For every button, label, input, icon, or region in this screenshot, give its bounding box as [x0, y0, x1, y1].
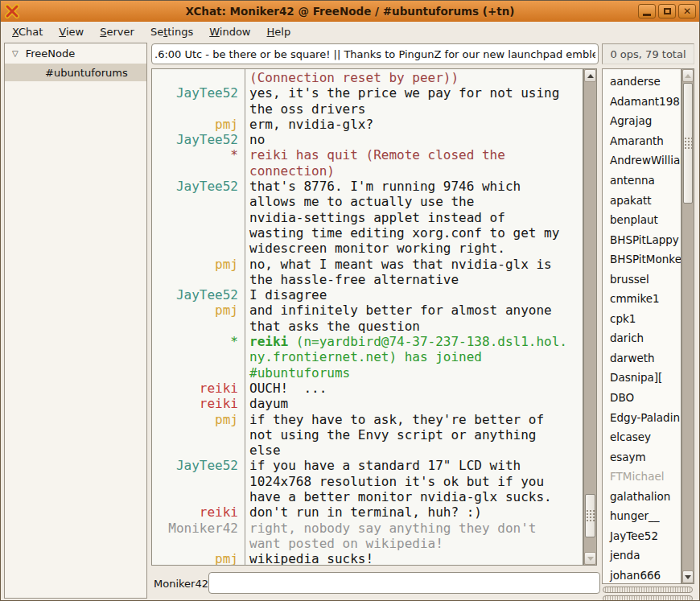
chat-message-row: JayTee52 that's 8776. I'm running 9746 w… — [154, 179, 582, 256]
nick-label: reiki — [154, 381, 243, 396]
title-bar[interactable]: XChat: Moniker42 @ FreeNode / #ubuntufor… — [1, 1, 699, 22]
userlist-item[interactable]: esaym — [603, 447, 681, 467]
minimize-button[interactable] — [638, 4, 656, 19]
tree-item-freenode[interactable]: ▽ FreeNode — [5, 43, 146, 64]
chat-log: (Connection reset by peer)) JayTee52 yes… — [154, 70, 582, 565]
chat-message-row: Moniker42 right, nobody say anything the… — [154, 521, 582, 552]
userlist-item[interactable]: Dasnipa][ — [603, 368, 681, 388]
menu-help[interactable]: Help — [259, 23, 299, 40]
userlist-item[interactable]: DBO — [603, 388, 681, 408]
message-input[interactable] — [208, 572, 600, 594]
chat-message-row: JayTee52 I disagree — [154, 287, 582, 303]
chat-message-row: reiki dayum — [154, 396, 582, 411]
message-text: and infinitely better for almost anyone … — [243, 303, 552, 334]
chat-scroll-up-button[interactable] — [584, 69, 596, 82]
chat-message-row: JayTee52 no — [154, 132, 582, 147]
chat-message-row: reiki don't run in terminal, huh? :) — [154, 504, 582, 520]
message-text: that's 8776. I'm running 9746 which allo… — [243, 179, 559, 256]
tree-item-ubuntuforums[interactable]: #ubuntuforums — [5, 64, 146, 81]
userlist-item[interactable]: hunger__ — [603, 506, 681, 526]
message-text: reiki (n=yardbird@74-37-237-138.dsl1.hol… — [243, 334, 567, 381]
up-arrow-icon — [685, 74, 691, 78]
nick-label: JayTee52 — [154, 132, 243, 147]
userlist-item[interactable]: darich — [603, 328, 681, 348]
down-arrow-icon — [587, 557, 594, 561]
message-text: right, nobody say anything they don't wa… — [243, 521, 536, 552]
ops-count-label: 0 ops, 79 total — [602, 43, 694, 64]
userlist-scrollbar-thumb[interactable] — [683, 83, 693, 204]
chat-message-row: pmj wikipedia sucks! — [154, 551, 582, 566]
chat-message-row: * reiki (n=yardbird@74-37-237-138.dsl1.h… — [154, 334, 582, 381]
close-icon: ✕ — [683, 6, 691, 16]
message-text: don't run in terminal, huh? :) — [243, 504, 482, 520]
message-text: wikipedia sucks! — [243, 551, 373, 566]
resize-grip-bar[interactable] — [603, 595, 693, 601]
userlist-item[interactable]: BHSPitLappy — [603, 229, 681, 249]
expander-icon[interactable]: ▽ — [12, 49, 19, 58]
message-text: yes, it's the price we pay for not using… — [243, 85, 559, 117]
nick-label: reiki — [154, 396, 243, 411]
userlist-item[interactable]: AndrewWillian — [603, 150, 681, 171]
channel-name: #ubuntuforums — [45, 67, 128, 79]
menu-view[interactable]: View — [51, 23, 92, 40]
xchat-logo-icon[interactable] — [4, 4, 20, 19]
chat-message-row: pmj and infinitely better for almost any… — [154, 303, 582, 334]
userlist-item[interactable]: cpk1 — [603, 309, 681, 329]
own-nick-label: Moniker42 — [154, 573, 208, 594]
chat-log-panel: (Connection reset by peer)) JayTee52 yes… — [151, 68, 583, 566]
nick-label: reiki — [154, 504, 243, 520]
userlist-item[interactable]: darweth — [603, 348, 681, 368]
userlist-scrollbar[interactable] — [681, 68, 694, 584]
nick-separator-line — [245, 69, 245, 565]
chat-scrollbar-thumb[interactable] — [585, 494, 595, 537]
nick-label: Moniker42 — [154, 521, 243, 536]
window-title: XChat: Moniker42 @ FreeNode / #ubuntufor… — [1, 5, 699, 18]
userlist-item[interactable]: cmmike1 — [603, 289, 681, 309]
menu-server[interactable]: Server — [92, 23, 142, 40]
userlist-item[interactable]: brussel — [603, 269, 681, 289]
chat-scrollbar[interactable] — [583, 68, 597, 566]
userlist-item[interactable]: benplaut — [603, 210, 681, 230]
userlist-item[interactable]: FTMichael — [603, 467, 681, 487]
userlist-item[interactable]: Amaranth — [603, 131, 681, 151]
userlist-item[interactable]: aanderse — [603, 72, 681, 92]
close-button[interactable]: ✕ — [678, 4, 696, 19]
chat-message-row: pmj no, what I meant was that nvidia-glx… — [154, 257, 582, 288]
userlist-item[interactable]: Edgy-Paladin — [603, 407, 681, 427]
userlist-item[interactable]: galathalion — [603, 486, 681, 506]
chat-scroll-down-button[interactable] — [584, 552, 596, 565]
chat-message-row: pmj if they have to ask, they're better … — [154, 412, 582, 459]
nick-label: JayTee52 — [154, 287, 243, 303]
message-text: I disagree — [243, 287, 327, 303]
userlist-item[interactable]: JayTee52 — [603, 526, 681, 546]
nick-label: pmj — [154, 303, 243, 318]
userlist-scroll-down-button[interactable] — [682, 570, 694, 583]
chat-message-row: JayTee52 if you have a standard 17" LCD … — [154, 458, 582, 504]
userlist-item[interactable]: antenna — [603, 171, 681, 191]
resize-grip-bar[interactable] — [603, 587, 693, 593]
xchat-window: XChat: Moniker42 @ FreeNode / #ubuntufor… — [0, 0, 700, 601]
message-text: no, what I meant was that nvidia-glx is … — [243, 257, 552, 288]
userlist-item[interactable]: BHSPitMonke — [603, 249, 681, 270]
maximize-icon — [664, 8, 671, 14]
maximize-button[interactable] — [658, 4, 676, 19]
up-arrow-icon — [587, 74, 594, 78]
chat-message-row: * reiki has quit (Remote closed the conn… — [154, 147, 582, 179]
userlist-item[interactable]: johan666 — [603, 566, 681, 584]
userlist-item[interactable]: apakatt — [603, 190, 681, 210]
message-text: OUCH! ... — [243, 381, 327, 396]
menu-xchat[interactable]: XChat — [4, 23, 51, 40]
userlist-item[interactable]: elcasey — [603, 427, 681, 447]
userlist-item[interactable]: Adamant198 — [603, 92, 681, 112]
menu-window[interactable]: Window — [201, 23, 258, 40]
nick-label: JayTee52 — [154, 179, 243, 194]
message-text: if they have to ask, they're better of n… — [243, 412, 544, 459]
thumb-grip-icon — [684, 137, 692, 150]
message-text: reiki has quit (Remote closed the connec… — [243, 147, 505, 179]
userlist-item[interactable]: Agrajag — [603, 111, 681, 131]
menu-settings[interactable]: Settings — [142, 23, 201, 40]
userlist-scroll-up-button[interactable] — [682, 69, 694, 82]
userlist-item[interactable]: jenda — [603, 545, 681, 566]
topic-input[interactable] — [151, 43, 599, 64]
nick-label: pmj — [154, 257, 243, 272]
